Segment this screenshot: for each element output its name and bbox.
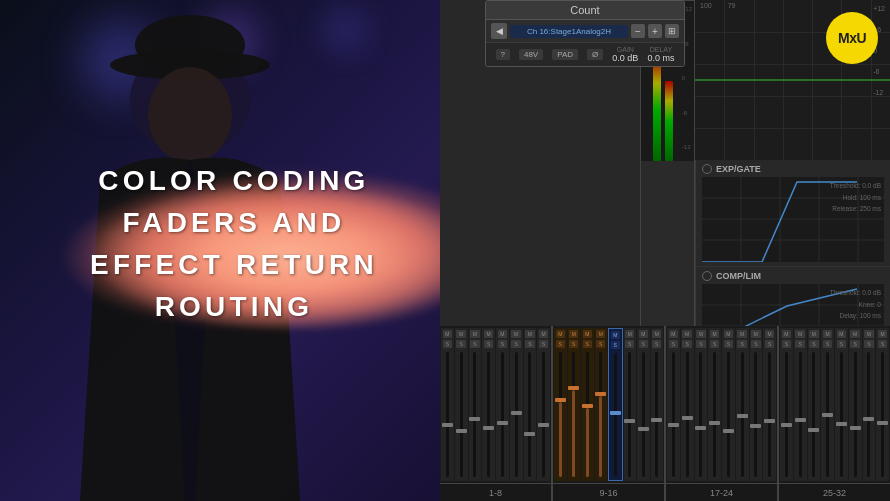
ch28-mute[interactable]: M [823,330,833,338]
ch12-mute[interactable]: M [596,330,605,338]
ch8-fader-handle[interactable] [538,423,549,427]
btn-48v[interactable]: 48V [519,49,543,60]
ch3-fader-handle[interactable] [469,417,480,421]
ch9-mute[interactable]: M [556,330,565,338]
ch10-mute[interactable]: M [569,330,578,338]
ch30-fader-handle[interactable] [850,426,861,430]
ch28-solo[interactable]: S [823,340,833,348]
ch31-solo[interactable]: S [864,340,874,348]
ch25-solo[interactable]: S [782,340,792,348]
ch30-mute[interactable]: M [850,330,860,338]
ch19-fader-handle[interactable] [695,426,706,430]
ch13-mute[interactable]: M [611,331,620,339]
ch13-solo[interactable]: S [611,341,620,349]
ch21-fader-handle[interactable] [723,429,734,433]
ch7-fader-handle[interactable] [524,432,535,436]
ch2-mute[interactable]: M [456,330,466,338]
ch14-solo[interactable]: S [625,340,634,348]
ch27-fader-handle[interactable] [808,428,819,432]
ch23-solo[interactable]: S [751,340,761,348]
ch16-fader-handle[interactable] [651,418,662,422]
ch17-solo[interactable]: S [669,340,679,348]
ch26-mute[interactable]: M [795,330,805,338]
count-grid-button[interactable]: ⊞ [665,24,679,38]
ch23-mute[interactable]: M [751,330,761,338]
ch1-mute[interactable]: M [443,330,453,338]
ch25-mute[interactable]: M [782,330,792,338]
count-plus-button[interactable]: + [648,24,662,38]
ch9-solo[interactable]: S [556,340,565,348]
ch32-solo[interactable]: S [878,340,888,348]
ch16-mute[interactable]: M [652,330,661,338]
ch19-solo[interactable]: S [696,340,706,348]
complim-power-button[interactable] [702,271,712,281]
ch20-fader-handle[interactable] [709,421,720,425]
ch15-mute[interactable]: M [639,330,648,338]
ch28-fader-handle[interactable] [822,413,833,417]
ch7-mute[interactable]: M [525,330,535,338]
count-minus-button[interactable]: − [631,24,645,38]
ch26-fader-handle[interactable] [795,418,806,422]
ch5-mute[interactable]: M [498,330,508,338]
ch25-fader-handle[interactable] [781,423,792,427]
ch15-fader-handle[interactable] [638,427,649,431]
ch17-fader-handle[interactable] [668,423,679,427]
ch26-solo[interactable]: S [795,340,805,348]
expgate-power-button[interactable] [702,164,712,174]
ch27-solo[interactable]: S [809,340,819,348]
ch19-mute[interactable]: M [696,330,706,338]
ch9-fader-handle[interactable] [555,398,566,402]
ch5-solo[interactable]: S [498,340,508,348]
ch3-solo[interactable]: S [470,340,480,348]
ch32-fader-handle[interactable] [877,421,888,425]
ch6-mute[interactable]: M [511,330,521,338]
ch1-solo[interactable]: S [443,340,453,348]
ch14-mute[interactable]: M [625,330,634,338]
ch22-solo[interactable]: S [737,340,747,348]
ch29-solo[interactable]: S [837,340,847,348]
ch31-mute[interactable]: M [864,330,874,338]
ch10-solo[interactable]: S [569,340,578,348]
ch6-solo[interactable]: S [511,340,521,348]
ch15-solo[interactable]: S [639,340,648,348]
ch2-solo[interactable]: S [456,340,466,348]
ch18-fader-handle[interactable] [682,416,693,420]
ch4-solo[interactable]: S [484,340,494,348]
ch27-mute[interactable]: M [809,330,819,338]
ch2-fader-handle[interactable] [456,429,467,433]
ch7-solo[interactable]: S [525,340,535,348]
ch24-fader-handle[interactable] [764,419,775,423]
ch1-fader-handle[interactable] [442,423,453,427]
ch18-solo[interactable]: S [682,340,692,348]
ch6-fader-handle[interactable] [511,411,522,415]
ch8-solo[interactable]: S [539,340,549,348]
ch29-fader-handle[interactable] [836,422,847,426]
count-back-button[interactable]: ◀ [491,23,507,39]
ch29-mute[interactable]: M [837,330,847,338]
ch20-solo[interactable]: S [710,340,720,348]
ch16-solo[interactable]: S [652,340,661,348]
ch30-solo[interactable]: S [850,340,860,348]
btn-pad[interactable]: PAD [552,49,578,60]
ch24-solo[interactable]: S [765,340,775,348]
ch24-mute[interactable]: M [765,330,775,338]
ch14-fader-handle[interactable] [624,419,635,423]
ch20-mute[interactable]: M [710,330,720,338]
ch11-mute[interactable]: M [583,330,592,338]
btn-question[interactable]: ? [496,49,510,60]
ch17-mute[interactable]: M [669,330,679,338]
ch8-mute[interactable]: M [539,330,549,338]
ch11-fader-handle[interactable] [582,404,593,408]
ch22-fader-handle[interactable] [737,414,748,418]
btn-phase[interactable]: Ø [587,49,603,60]
ch10-fader-handle[interactable] [568,386,579,390]
ch3-mute[interactable]: M [470,330,480,338]
ch21-mute[interactable]: M [724,330,734,338]
ch5-fader-handle[interactable] [497,421,508,425]
ch22-mute[interactable]: M [737,330,747,338]
ch23-fader-handle[interactable] [750,424,761,428]
ch11-solo[interactable]: S [583,340,592,348]
ch4-mute[interactable]: M [484,330,494,338]
ch12-fader-handle[interactable] [595,392,606,396]
ch32-mute[interactable]: M [878,330,888,338]
